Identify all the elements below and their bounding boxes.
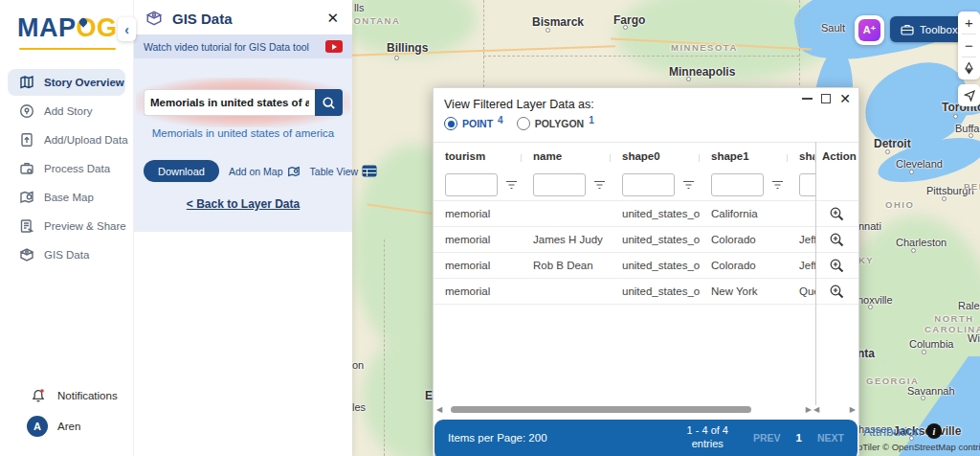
- scroll-right-icon[interactable]: ▶: [806, 406, 812, 414]
- state-border: [483, 56, 799, 57]
- map-label: Bismarck: [532, 15, 584, 29]
- back-to-layer-data-link[interactable]: < Back to Layer Data: [144, 197, 343, 211]
- pagination: PREV 1 NEXT: [753, 432, 844, 444]
- search-icon: [322, 96, 336, 110]
- app-window: MAPOG Story Overview Add Story Add/Uploa…: [0, 0, 980, 456]
- city-dot: [546, 28, 550, 33]
- my-location-button[interactable]: [958, 84, 980, 106]
- gis-data-panel: GIS Data ✕ Watch video tutorial for GIS …: [134, 0, 352, 456]
- navigation-arrow-icon: [964, 90, 975, 102]
- avatar: A: [27, 416, 48, 437]
- search-suggestion[interactable]: Memorials in united states of america: [144, 127, 343, 139]
- map-label: PEN: [964, 181, 980, 192]
- zoom-in-button[interactable]: +: [958, 11, 980, 34]
- briefcase-gear-icon: [19, 161, 34, 176]
- map-label: Columbia: [909, 338, 953, 350]
- prev-page-button[interactable]: PREV: [753, 432, 781, 444]
- close-panel-button[interactable]: ✕: [324, 10, 341, 27]
- close-icon[interactable]: ✕: [839, 92, 851, 105]
- table-row[interactable]: memorial Rob B Dean united_states_of_...…: [434, 252, 858, 278]
- table-header-row: tourism name shape0 shape1 shap Action: [434, 143, 858, 170]
- sidebar-item-story-overview[interactable]: Story Overview: [8, 69, 125, 96]
- maximize-icon[interactable]: [821, 94, 831, 103]
- minimize-icon[interactable]: [802, 98, 813, 100]
- filter-input-name[interactable]: [533, 173, 586, 196]
- filter-icon: [771, 180, 784, 190]
- sidebar-item-add-story[interactable]: Add Story: [8, 98, 125, 125]
- layer-data-table: tourism name shape0 shape1 shap Action m…: [434, 142, 858, 305]
- column-header: Action: [815, 150, 858, 162]
- column-header[interactable]: shape0: [611, 150, 700, 162]
- filter-input-tourism[interactable]: [445, 173, 498, 196]
- filter-input-shape2[interactable]: [799, 173, 815, 196]
- horizontal-scrollbar[interactable]: ◀ ▶: [436, 404, 812, 415]
- zoom-out-button[interactable]: −: [958, 34, 980, 57]
- table-filter-row: [434, 170, 858, 200]
- attribution-control[interactable]: Attribution i: [863, 423, 942, 439]
- column-header[interactable]: tourism: [434, 150, 522, 162]
- panel-action-row: Download Add on Map Table View: [144, 160, 343, 182]
- filter-input-shape1[interactable]: [711, 173, 764, 196]
- sidebar-item-add-upload-data[interactable]: Add/Upload Data: [8, 126, 125, 153]
- sidebar-item-label: Add/Upload Data: [44, 134, 128, 146]
- column-header[interactable]: name: [522, 150, 611, 162]
- sidebar-item-preview-share[interactable]: Preview & Share: [8, 213, 125, 239]
- scroll-left-icon[interactable]: ◀: [436, 406, 442, 414]
- sidebar-item-label: Add Story: [44, 105, 93, 117]
- radio-polygon[interactable]: POLYGON 1: [517, 117, 594, 130]
- zoom-in-icon: [829, 232, 845, 248]
- cell-shape1: California: [700, 208, 788, 219]
- zoom-to-feature-button[interactable]: [815, 258, 858, 274]
- panel-title: GIS Data: [172, 11, 315, 27]
- table-row[interactable]: memorial united_states_of_... New York Q…: [434, 278, 858, 304]
- download-button[interactable]: Download: [144, 160, 219, 182]
- radio-point[interactable]: POINT 4: [444, 117, 503, 130]
- book-map-icon: [19, 75, 34, 90]
- user-name: Aren: [57, 421, 80, 432]
- table-view-button[interactable]: Table View: [310, 165, 378, 177]
- sidebar-item-label: Preview & Share: [44, 220, 126, 232]
- radio-unselected-icon: [517, 117, 530, 130]
- compass-button[interactable]: [958, 57, 980, 80]
- gis-map-icon: [19, 247, 34, 262]
- collapse-panel-button[interactable]: ‹: [118, 17, 136, 41]
- toolbox-button[interactable]: Toolbox: [890, 16, 969, 42]
- scrollbar-thumb[interactable]: [451, 406, 751, 413]
- column-header[interactable]: shap: [788, 150, 815, 162]
- city-dot: [921, 396, 925, 400]
- zoom-to-feature-button[interactable]: [815, 206, 858, 222]
- column-header[interactable]: shape1: [700, 150, 788, 162]
- sidebar: MAPOG Story Overview Add Story Add/Uploa…: [0, 0, 134, 456]
- filter-input-shape0[interactable]: [622, 173, 675, 196]
- search-input[interactable]: [144, 89, 315, 116]
- scroll-left-icon[interactable]: ◀: [813, 406, 819, 414]
- info-icon: i: [926, 423, 942, 439]
- video-tutorial-banner[interactable]: Watch video tutorial for GIS Data tool: [134, 34, 352, 58]
- user-menu[interactable]: A Aren: [0, 410, 133, 443]
- sidebar-item-gis-data[interactable]: GIS Data: [8, 241, 125, 268]
- filter-icon: [593, 180, 606, 190]
- scrollbar-track[interactable]: [445, 405, 803, 414]
- panel-header: GIS Data ✕: [134, 0, 352, 34]
- search-button[interactable]: [315, 89, 343, 116]
- add-on-map-button[interactable]: Add on Map: [229, 165, 301, 178]
- cell-tourism: memorial: [434, 285, 522, 297]
- zoom-to-feature-button[interactable]: [815, 284, 858, 300]
- zoom-to-feature-button[interactable]: [815, 232, 858, 248]
- notifications-button[interactable]: Notifications: [0, 381, 133, 410]
- sidebar-item-process-data[interactable]: Process Data: [8, 155, 125, 182]
- sidebar-item-base-map[interactable]: Base Map: [8, 184, 125, 211]
- scroll-right-icon[interactable]: ▶: [850, 406, 856, 414]
- compass-icon: [964, 62, 974, 75]
- document-share-icon: [19, 218, 34, 234]
- next-page-button[interactable]: NEXT: [817, 432, 844, 444]
- cell-tourism: memorial: [434, 260, 522, 271]
- ai-assistant-button[interactable]: A⁺: [855, 15, 884, 45]
- table-row[interactable]: memorial James H Judy united_states_of_.…: [434, 226, 858, 252]
- cell-shape0: united_states_of_...: [611, 208, 700, 219]
- map-label: nta: [858, 347, 875, 360]
- table-row[interactable]: memorial united_states_of_... California: [434, 200, 858, 226]
- video-tutorial-label: Watch video tutorial for GIS Data tool: [144, 41, 325, 53]
- map-label: lls: [354, 2, 364, 13]
- action-column-scrollbar[interactable]: ◀ ▶: [813, 404, 856, 415]
